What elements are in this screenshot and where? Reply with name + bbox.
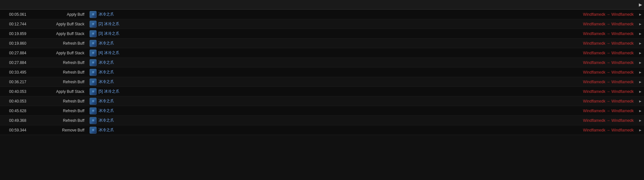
table-row[interactable]: 00:45.628 Refresh Buff 冰冷之爪 Windflamedk … [0,106,644,116]
cell-type: Apply Buff Stack [35,22,87,26]
target-name: Windflamedk [611,32,634,36]
ability-icon [90,78,97,86]
expand-button[interactable]: ▶ [636,32,644,35]
expand-button[interactable]: ▶ [636,119,644,122]
cell-source-target: Windflamedk → Windflamedk [540,32,636,36]
chevron-right-icon: ▶ [639,32,641,35]
arrow-icon: → [606,51,611,55]
target-name: Windflamedk [611,51,634,55]
cell-time: 00:33.495 [0,70,35,75]
cell-type: Apply Buff Stack [35,32,87,36]
cell-ability: 冰冷之爪 [87,59,540,66]
cell-time: 00:19.859 [0,32,35,36]
arrow-icon: → [606,12,611,17]
table-row[interactable]: 00:40.053 Apply Buff Stack [5] 冰冷之爪 Wind… [0,87,644,96]
ability-icon [90,59,97,66]
chevron-right-icon: ▶ [639,119,641,122]
arrow-icon: → [606,22,611,26]
cell-type: Refresh Buff [35,41,87,46]
arrow-icon: → [606,60,611,65]
cell-source-target: Windflamedk → Windflamedk [540,60,636,65]
target-name: Windflamedk [611,99,634,104]
ability-icon [90,11,97,18]
table-row[interactable]: 00:19.860 Refresh Buff 冰冷之爪 Windflamedk … [0,39,644,48]
source-name: Windflamedk [583,99,605,104]
target-name: Windflamedk [611,109,634,113]
cell-type: Apply Buff [35,12,87,17]
header-expand: ▶ [636,2,644,7]
arrow-icon: → [606,70,611,75]
table-header: ▶ [0,0,644,10]
table-row[interactable]: 00:40.053 Refresh Buff 冰冷之爪 Windflamedk … [0,96,644,106]
ability-name: 冰冷之爪 [99,79,114,85]
table-row[interactable]: 00:27.884 Apply Buff Stack [4] 冰冷之爪 Wind… [0,48,644,58]
cell-source-target: Windflamedk → Windflamedk [540,99,636,104]
table-row[interactable]: 00:33.495 Refresh Buff 冰冷之爪 Windflamedk … [0,68,644,77]
chevron-right-icon: ▶ [639,80,641,84]
source-name: Windflamedk [583,118,605,123]
arrow-icon: → [606,128,611,132]
ability-name: 冰冷之爪 [99,40,114,46]
table-row[interactable]: 00:49.368 Refresh Buff 冰冷之爪 Windflamedk … [0,116,644,125]
expand-button[interactable]: ▶ [636,41,644,45]
cell-ability: 冰冷之爪 [87,40,540,47]
cell-type: Refresh Buff [35,70,87,75]
expand-button[interactable]: ▶ [636,80,644,84]
expand-button[interactable]: ▶ [636,22,644,26]
source-name: Windflamedk [583,32,605,36]
cell-source-target: Windflamedk → Windflamedk [540,109,636,113]
cell-ability: 冰冷之爪 [87,107,540,114]
source-name: Windflamedk [583,51,605,55]
cell-ability: 冰冷之爪 [87,11,540,18]
ability-icon [90,127,97,134]
ability-icon [90,30,97,37]
cell-source-target: Windflamedk → Windflamedk [540,89,636,94]
ability-name: [3] 冰冷之爪 [99,31,119,36]
table-row[interactable]: 00:12.744 Apply Buff Stack [2] 冰冷之爪 Wind… [0,19,644,29]
cell-source-target: Windflamedk → Windflamedk [540,51,636,55]
arrow-icon: → [606,80,611,84]
expand-button[interactable]: ▶ [636,90,644,93]
target-name: Windflamedk [611,128,634,132]
table-row[interactable]: 00:59.344 Remove Buff 冰冷之爪 Windflamedk →… [0,125,644,135]
expand-button[interactable]: ▶ [636,13,644,16]
table-row[interactable]: 00:05.061 Apply Buff 冰冷之爪 Windflamedk → … [0,10,644,19]
chevron-right-icon: ▶ [639,100,641,103]
ability-name: 冰冷之爪 [99,69,114,75]
cell-source-target: Windflamedk → Windflamedk [540,80,636,84]
target-name: Windflamedk [611,60,634,65]
target-name: Windflamedk [611,118,634,123]
cell-type: Refresh Buff [35,80,87,84]
cell-ability: 冰冷之爪 [87,98,540,105]
cell-type: Refresh Buff [35,60,87,65]
ability-icon [90,107,97,114]
ability-name: [4] 冰冷之爪 [99,50,119,56]
cell-ability: 冰冷之爪 [87,117,540,124]
ability-icon [90,117,97,124]
cell-source-target: Windflamedk → Windflamedk [540,118,636,123]
target-name: Windflamedk [611,22,634,26]
chevron-right-icon: ▶ [639,71,641,74]
table-row[interactable]: 00:27.884 Refresh Buff 冰冷之爪 Windflamedk … [0,58,644,68]
chevron-right-icon: ▶ [639,2,642,7]
cell-time: 00:36.217 [0,80,35,84]
expand-button[interactable]: ▶ [636,61,644,64]
table-row[interactable]: 00:36.217 Refresh Buff 冰冷之爪 Windflamedk … [0,77,644,87]
expand-button[interactable]: ▶ [636,99,644,103]
ability-name: 冰冷之爪 [99,127,114,133]
combat-log-table: ▶ 00:05.061 Apply Buff 冰冷之爪 Windflamedk … [0,0,644,135]
expand-button[interactable]: ▶ [636,51,644,55]
source-name: Windflamedk [583,128,605,132]
expand-button[interactable]: ▶ [636,128,644,132]
chevron-right-icon: ▶ [639,13,641,16]
source-name: Windflamedk [583,12,605,17]
expand-button[interactable]: ▶ [636,109,644,113]
chevron-right-icon: ▶ [639,61,641,64]
source-name: Windflamedk [583,89,605,94]
cell-type: Apply Buff Stack [35,89,87,94]
expand-button[interactable]: ▶ [636,70,644,74]
target-name: Windflamedk [611,70,634,75]
table-row[interactable]: 00:19.859 Apply Buff Stack [3] 冰冷之爪 Wind… [0,29,644,39]
cell-time: 00:59.344 [0,128,35,132]
target-name: Windflamedk [611,89,634,94]
